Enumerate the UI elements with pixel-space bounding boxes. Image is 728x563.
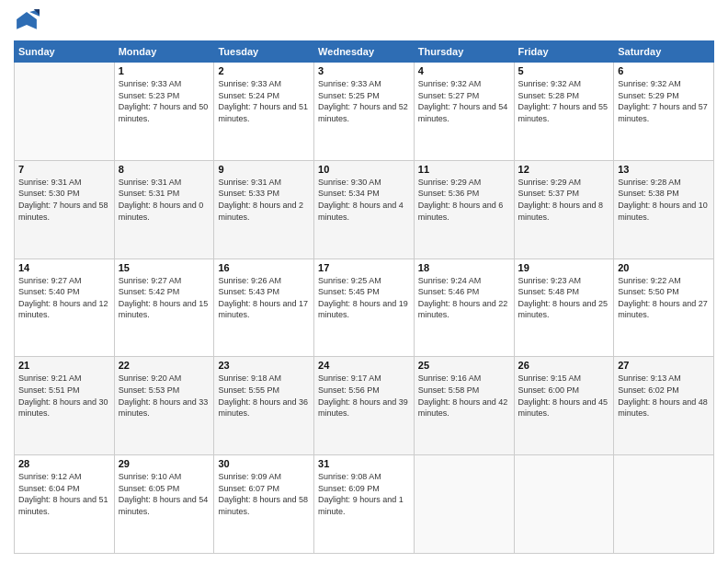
day-info: Sunrise: 9:30 AMSunset: 5:34 PMDaylight:…	[318, 177, 410, 223]
week-row-3: 14Sunrise: 9:27 AMSunset: 5:40 PMDayligh…	[15, 259, 714, 357]
col-header-monday: Monday	[114, 41, 214, 63]
day-number: 6	[618, 65, 710, 76]
day-number: 29	[119, 458, 210, 469]
day-info: Sunrise: 9:31 AMSunset: 5:30 PMDaylight:…	[18, 177, 110, 223]
calendar-cell: 22Sunrise: 9:20 AMSunset: 5:53 PMDayligh…	[114, 357, 214, 455]
calendar-cell: 19Sunrise: 9:23 AMSunset: 5:48 PMDayligh…	[514, 259, 614, 357]
calendar-cell: 1Sunrise: 9:33 AMSunset: 5:23 PMDaylight…	[114, 63, 214, 161]
calendar-cell	[414, 455, 514, 554]
day-info: Sunrise: 9:10 AMSunset: 6:05 PMDaylight:…	[119, 471, 210, 517]
calendar-cell	[15, 63, 115, 161]
calendar-cell: 11Sunrise: 9:29 AMSunset: 5:36 PMDayligh…	[414, 160, 514, 259]
day-number: 4	[418, 65, 510, 76]
calendar-cell: 16Sunrise: 9:26 AMSunset: 5:43 PMDayligh…	[214, 259, 314, 357]
generalblue-logo-icon	[14, 9, 40, 35]
day-number: 15	[119, 262, 210, 273]
calendar-cell: 12Sunrise: 9:29 AMSunset: 5:37 PMDayligh…	[514, 160, 614, 259]
day-info: Sunrise: 9:33 AMSunset: 5:23 PMDaylight:…	[119, 78, 210, 124]
day-number: 9	[218, 164, 310, 175]
day-info: Sunrise: 9:31 AMSunset: 5:33 PMDaylight:…	[218, 177, 310, 223]
day-number: 16	[218, 262, 310, 273]
calendar-cell: 10Sunrise: 9:30 AMSunset: 5:34 PMDayligh…	[314, 160, 415, 259]
day-number: 2	[218, 65, 310, 76]
day-number: 20	[618, 262, 710, 273]
day-number: 11	[418, 164, 510, 175]
day-info: Sunrise: 9:18 AMSunset: 5:55 PMDaylight:…	[218, 373, 310, 419]
calendar-cell: 26Sunrise: 9:15 AMSunset: 6:00 PMDayligh…	[514, 357, 614, 455]
calendar-cell: 28Sunrise: 9:12 AMSunset: 6:04 PMDayligh…	[15, 455, 115, 554]
day-info: Sunrise: 9:25 AMSunset: 5:45 PMDaylight:…	[318, 275, 410, 321]
day-number: 17	[318, 262, 410, 273]
col-header-thursday: Thursday	[414, 41, 514, 63]
day-number: 8	[119, 164, 210, 175]
calendar-cell: 7Sunrise: 9:31 AMSunset: 5:30 PMDaylight…	[15, 160, 115, 259]
day-info: Sunrise: 9:33 AMSunset: 5:25 PMDaylight:…	[318, 78, 410, 124]
calendar-cell: 8Sunrise: 9:31 AMSunset: 5:31 PMDaylight…	[114, 160, 214, 259]
day-info: Sunrise: 9:13 AMSunset: 6:02 PMDaylight:…	[618, 373, 710, 419]
day-info: Sunrise: 9:15 AMSunset: 6:00 PMDaylight:…	[518, 373, 610, 419]
day-info: Sunrise: 9:17 AMSunset: 5:56 PMDaylight:…	[318, 373, 410, 419]
calendar-cell: 29Sunrise: 9:10 AMSunset: 6:05 PMDayligh…	[114, 455, 214, 554]
day-info: Sunrise: 9:08 AMSunset: 6:09 PMDaylight:…	[318, 471, 410, 517]
day-number: 23	[218, 360, 310, 371]
calendar-cell: 23Sunrise: 9:18 AMSunset: 5:55 PMDayligh…	[214, 357, 314, 455]
header-row: SundayMondayTuesdayWednesdayThursdayFrid…	[15, 41, 714, 63]
day-info: Sunrise: 9:09 AMSunset: 6:07 PMDaylight:…	[218, 471, 310, 517]
col-header-saturday: Saturday	[614, 41, 714, 63]
day-number: 10	[318, 164, 410, 175]
day-info: Sunrise: 9:26 AMSunset: 5:43 PMDaylight:…	[218, 275, 310, 321]
day-info: Sunrise: 9:27 AMSunset: 5:42 PMDaylight:…	[119, 275, 210, 321]
calendar-cell: 21Sunrise: 9:21 AMSunset: 5:51 PMDayligh…	[15, 357, 115, 455]
page: SundayMondayTuesdayWednesdayThursdayFrid…	[0, 0, 728, 563]
day-number: 1	[119, 65, 210, 76]
day-info: Sunrise: 9:20 AMSunset: 5:53 PMDaylight:…	[119, 373, 210, 419]
day-number: 26	[518, 360, 610, 371]
calendar-cell: 13Sunrise: 9:28 AMSunset: 5:38 PMDayligh…	[614, 160, 714, 259]
day-number: 7	[18, 164, 110, 175]
day-info: Sunrise: 9:22 AMSunset: 5:50 PMDaylight:…	[618, 275, 710, 321]
calendar-table: SundayMondayTuesdayWednesdayThursdayFrid…	[14, 40, 714, 554]
calendar-cell: 17Sunrise: 9:25 AMSunset: 5:45 PMDayligh…	[314, 259, 415, 357]
calendar-cell: 27Sunrise: 9:13 AMSunset: 6:02 PMDayligh…	[614, 357, 714, 455]
day-info: Sunrise: 9:28 AMSunset: 5:38 PMDaylight:…	[618, 177, 710, 223]
day-number: 28	[18, 458, 110, 469]
calendar-cell: 9Sunrise: 9:31 AMSunset: 5:33 PMDaylight…	[214, 160, 314, 259]
day-info: Sunrise: 9:29 AMSunset: 5:36 PMDaylight:…	[418, 177, 510, 223]
day-info: Sunrise: 9:31 AMSunset: 5:31 PMDaylight:…	[119, 177, 210, 223]
day-number: 27	[618, 360, 710, 371]
calendar-cell: 31Sunrise: 9:08 AMSunset: 6:09 PMDayligh…	[314, 455, 415, 554]
calendar-cell: 24Sunrise: 9:17 AMSunset: 5:56 PMDayligh…	[314, 357, 415, 455]
day-info: Sunrise: 9:32 AMSunset: 5:27 PMDaylight:…	[418, 78, 510, 124]
day-info: Sunrise: 9:16 AMSunset: 5:58 PMDaylight:…	[418, 373, 510, 419]
day-info: Sunrise: 9:33 AMSunset: 5:24 PMDaylight:…	[218, 78, 310, 124]
day-number: 3	[318, 65, 410, 76]
calendar-cell: 6Sunrise: 9:32 AMSunset: 5:29 PMDaylight…	[614, 63, 714, 161]
day-info: Sunrise: 9:12 AMSunset: 6:04 PMDaylight:…	[18, 471, 110, 517]
week-row-5: 28Sunrise: 9:12 AMSunset: 6:04 PMDayligh…	[15, 455, 714, 554]
day-info: Sunrise: 9:32 AMSunset: 5:28 PMDaylight:…	[518, 78, 610, 124]
week-row-2: 7Sunrise: 9:31 AMSunset: 5:30 PMDaylight…	[15, 160, 714, 259]
col-header-sunday: Sunday	[15, 41, 115, 63]
day-number: 22	[119, 360, 210, 371]
day-info: Sunrise: 9:24 AMSunset: 5:46 PMDaylight:…	[418, 275, 510, 321]
calendar-cell: 14Sunrise: 9:27 AMSunset: 5:40 PMDayligh…	[15, 259, 115, 357]
day-number: 21	[18, 360, 110, 371]
day-info: Sunrise: 9:23 AMSunset: 5:48 PMDaylight:…	[518, 275, 610, 321]
day-number: 25	[418, 360, 510, 371]
day-number: 30	[218, 458, 310, 469]
calendar-cell: 25Sunrise: 9:16 AMSunset: 5:58 PMDayligh…	[414, 357, 514, 455]
day-number: 5	[518, 65, 610, 76]
day-info: Sunrise: 9:29 AMSunset: 5:37 PMDaylight:…	[518, 177, 610, 223]
day-number: 14	[18, 262, 110, 273]
calendar-cell: 30Sunrise: 9:09 AMSunset: 6:07 PMDayligh…	[214, 455, 314, 554]
calendar-cell	[514, 455, 614, 554]
col-header-wednesday: Wednesday	[314, 41, 415, 63]
calendar-cell: 20Sunrise: 9:22 AMSunset: 5:50 PMDayligh…	[614, 259, 714, 357]
day-number: 24	[318, 360, 410, 371]
col-header-tuesday: Tuesday	[214, 41, 314, 63]
logo	[14, 9, 43, 35]
day-info: Sunrise: 9:27 AMSunset: 5:40 PMDaylight:…	[18, 275, 110, 321]
calendar-cell: 15Sunrise: 9:27 AMSunset: 5:42 PMDayligh…	[114, 259, 214, 357]
calendar-cell	[614, 455, 714, 554]
week-row-1: 1Sunrise: 9:33 AMSunset: 5:23 PMDaylight…	[15, 63, 714, 161]
